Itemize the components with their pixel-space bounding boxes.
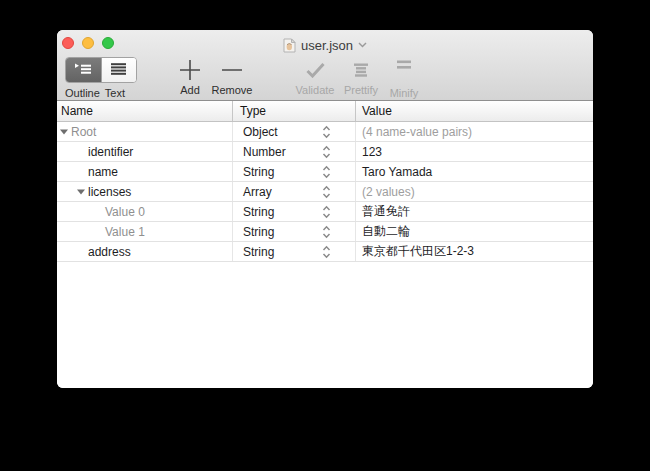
row-value: Taro Yamada xyxy=(362,165,432,179)
table-header: Name Type Value xyxy=(57,101,593,122)
prettify-button-label: Prettify xyxy=(344,84,378,96)
checkmark-icon xyxy=(306,57,325,83)
table-body: Root Object (4 name-value pairs) identif… xyxy=(57,122,593,262)
row-type: String xyxy=(243,205,274,219)
row-type: String xyxy=(243,165,274,179)
row-value: (4 name-value pairs) xyxy=(362,125,472,139)
table-row[interactable]: address String 東京都千代田区1-2-3 xyxy=(57,242,593,262)
minus-icon xyxy=(221,57,243,83)
table-row[interactable]: Value 1 String 自動二輪 xyxy=(57,222,593,242)
segment-text-label: Text xyxy=(105,87,125,99)
table-empty-area xyxy=(57,262,593,388)
window-chrome: user.json xyxy=(57,30,593,101)
row-type: String xyxy=(243,245,274,259)
document-proxy-icon xyxy=(283,38,296,53)
minify-button: Minify xyxy=(383,57,425,99)
prettify-button: Prettify xyxy=(338,57,384,96)
type-stepper-icon[interactable] xyxy=(322,225,331,241)
row-value: 123 xyxy=(362,145,382,159)
segment-outline-label: Outline xyxy=(65,87,100,99)
table-row[interactable]: name String Taro Yamada xyxy=(57,162,593,182)
outline-list-icon xyxy=(75,61,91,79)
add-button-label: Add xyxy=(180,84,200,96)
row-type: Array xyxy=(243,185,272,199)
segment-text[interactable] xyxy=(101,58,137,82)
row-type: String xyxy=(243,225,274,239)
align-lines-icon xyxy=(353,57,369,83)
type-stepper-icon[interactable] xyxy=(322,165,331,181)
title-chevron-down-icon[interactable] xyxy=(358,42,367,48)
disclosure-triangle-icon[interactable] xyxy=(77,189,88,195)
column-header-name[interactable]: Name xyxy=(57,101,233,121)
type-stepper-icon[interactable] xyxy=(322,205,331,221)
type-stepper-icon[interactable] xyxy=(322,125,331,141)
title-bar: user.json xyxy=(57,36,593,54)
type-stepper-icon[interactable] xyxy=(322,185,331,201)
remove-button[interactable]: Remove xyxy=(206,57,258,96)
validate-button: Validate xyxy=(287,57,343,96)
column-header-type[interactable]: Type xyxy=(233,101,356,121)
validate-button-label: Validate xyxy=(296,84,335,96)
view-mode-segmented-control: Outline Text xyxy=(65,57,143,99)
row-name: name xyxy=(88,165,118,179)
row-value: 自動二輪 xyxy=(362,223,410,240)
table-row[interactable]: licenses Array (2 values) xyxy=(57,182,593,202)
app-window: user.json xyxy=(57,30,593,388)
type-stepper-icon[interactable] xyxy=(322,245,331,261)
row-name: Root xyxy=(71,125,96,139)
row-type: Object xyxy=(243,125,278,139)
row-value: 東京都千代田区1-2-3 xyxy=(362,243,474,260)
table-row[interactable]: Root Object (4 name-value pairs) xyxy=(57,122,593,142)
segment-outline[interactable] xyxy=(66,58,101,82)
row-name: address xyxy=(88,245,131,259)
row-name: licenses xyxy=(88,185,131,199)
plus-icon xyxy=(179,57,201,83)
text-lines-icon xyxy=(111,61,126,79)
row-name: Value 1 xyxy=(105,225,145,239)
type-stepper-icon[interactable] xyxy=(322,145,331,161)
row-name: identifier xyxy=(88,145,133,159)
disclosure-triangle-icon[interactable] xyxy=(60,129,71,135)
row-value: (2 values) xyxy=(362,185,415,199)
column-header-value[interactable]: Value xyxy=(356,101,593,121)
table-row[interactable]: Value 0 String 普通免許 xyxy=(57,202,593,222)
minify-button-label: Minify xyxy=(390,87,419,99)
equal-lines-icon xyxy=(396,57,412,86)
remove-button-label: Remove xyxy=(212,84,253,96)
window-title: user.json xyxy=(301,38,353,53)
row-name: Value 0 xyxy=(105,205,145,219)
row-type: Number xyxy=(243,145,286,159)
table-row[interactable]: identifier Number 123 xyxy=(57,142,593,162)
row-value: 普通免許 xyxy=(362,203,410,220)
